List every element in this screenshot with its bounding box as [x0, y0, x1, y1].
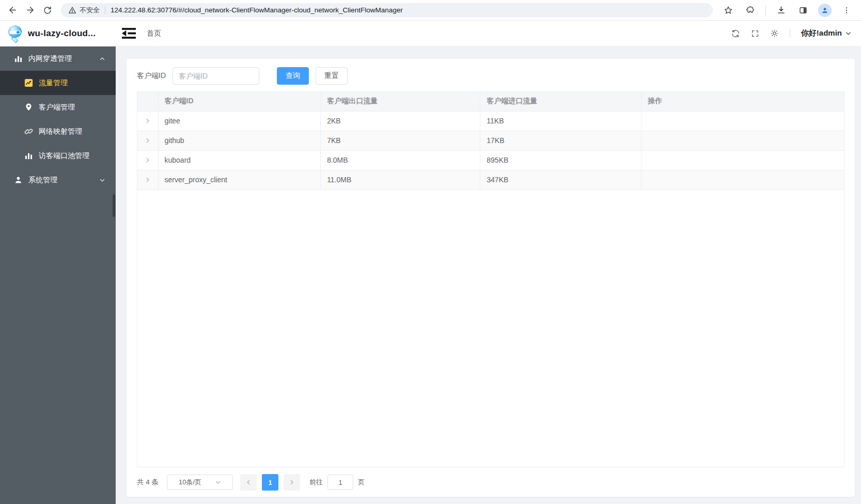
sidebar-group-system[interactable]: 系统管理 — [0, 168, 116, 192]
expand-column-header — [137, 92, 158, 111]
traffic-trend-icon — [24, 78, 33, 87]
header-divider — [790, 29, 790, 38]
downloads-button[interactable] — [774, 3, 788, 18]
browser-back-button[interactable] — [5, 3, 20, 18]
query-button[interactable]: 查询 — [277, 67, 309, 85]
next-page-button[interactable] — [284, 474, 300, 491]
table-row: github 7KB 17KB — [137, 131, 844, 150]
fullscreen-button[interactable] — [751, 29, 759, 38]
browser-toolbar: 不安全 124.222.48.62:30776/#/cloud_network-… — [0, 0, 861, 21]
bar-chart-icon — [14, 54, 23, 63]
refresh-icon — [731, 29, 740, 38]
sidebar-item-label: 流量管理 — [39, 78, 68, 88]
reset-button[interactable]: 重置 — [316, 67, 348, 85]
cell-out-flow: 11.0MB — [321, 170, 480, 190]
sidebar-item-label: 访客端口池管理 — [39, 151, 89, 161]
chevron-right-icon — [145, 137, 151, 144]
cell-actions — [641, 131, 844, 150]
table-row: server_proxy_client 11.0MB 347KB — [137, 170, 844, 190]
row-expand-button[interactable] — [143, 175, 153, 185]
sidebar-item-visitor-port-pool[interactable]: 访客端口池管理 — [0, 144, 116, 168]
chevron-right-icon — [145, 118, 151, 124]
toolbar-divider — [765, 6, 766, 15]
profile-avatar-icon — [821, 6, 829, 14]
cell-client-id: kuboard — [158, 150, 321, 170]
back-arrow-icon — [8, 5, 18, 15]
bar-chart-icon — [24, 151, 33, 160]
security-label: 不安全 — [80, 6, 100, 15]
row-expand-button[interactable] — [143, 135, 153, 146]
column-header-out-flow: 客户端出口流量 — [321, 92, 480, 111]
link-icon — [24, 127, 33, 136]
chevron-down-icon — [215, 479, 221, 485]
column-header-actions: 操作 — [641, 92, 844, 111]
goto-page-input[interactable] — [327, 475, 353, 490]
puzzle-icon — [746, 6, 755, 15]
chevron-up-icon — [99, 56, 105, 62]
reload-icon — [43, 6, 52, 15]
sidebar-group-label: 内网穿透管理 — [28, 54, 72, 64]
user-dropdown[interactable]: 你好!admin — [801, 28, 852, 38]
current-page-button[interactable]: 1 — [262, 474, 278, 491]
browser-reload-button[interactable] — [40, 3, 55, 18]
app-title: wu-lazy-cloud... — [28, 28, 96, 39]
browser-forward-button[interactable] — [23, 3, 37, 18]
chevron-left-icon — [245, 479, 252, 485]
cell-in-flow: 11KB — [480, 111, 641, 131]
bookmark-star-button[interactable] — [721, 3, 735, 18]
sidebar-scrollbar-thumb[interactable] — [113, 194, 115, 217]
prev-page-button[interactable] — [240, 474, 257, 491]
cell-client-id: server_proxy_client — [158, 170, 321, 190]
content-card: 客户端ID 查询 重置 客户端ID 客户端出口流量 客户端进口流量 — [127, 59, 855, 497]
cell-client-id: gitee — [158, 111, 321, 131]
sidebar-nav: 内网穿透管理 流量管理 客户端管理 网络映射管理 访客端口池管理 系统管理 — [0, 46, 116, 504]
pagination-total: 共 4 条 — [137, 478, 159, 487]
row-expand-button[interactable] — [143, 116, 153, 126]
cell-actions — [641, 150, 844, 170]
site-security-chip[interactable]: 不安全 — [68, 6, 100, 15]
refresh-page-button[interactable] — [731, 29, 740, 38]
table-header-row: 客户端ID 客户端出口流量 客户端进口流量 操作 — [137, 92, 844, 111]
sidebar-item-network-mapping[interactable]: 网络映射管理 — [0, 119, 116, 144]
side-panel-button[interactable] — [796, 3, 810, 18]
sidebar-item-label: 网络映射管理 — [39, 127, 82, 136]
chevron-right-icon — [145, 157, 151, 163]
page-size-select[interactable]: 10条/页 — [167, 475, 233, 490]
fold-menu-icon — [122, 27, 136, 39]
chevron-right-icon — [289, 479, 295, 485]
filter-bar: 客户端ID 查询 重置 — [137, 67, 844, 85]
goto-label: 前往 — [309, 478, 323, 487]
sidebar-group-intranet[interactable]: 内网穿透管理 — [0, 46, 116, 71]
theme-toggle-button[interactable] — [770, 29, 779, 38]
client-id-input[interactable] — [173, 67, 259, 85]
download-icon — [776, 5, 786, 15]
browser-menu-button[interactable] — [839, 3, 854, 18]
cell-actions — [641, 111, 844, 131]
greeting-text: 你好!admin — [801, 28, 842, 38]
cell-in-flow: 17KB — [480, 131, 641, 150]
sidebar-item-label: 客户端管理 — [39, 103, 75, 112]
sidebar-item-client-manager[interactable]: 客户端管理 — [0, 95, 116, 119]
row-expand-button[interactable] — [143, 155, 153, 165]
page-size-value: 10条/页 — [179, 478, 201, 487]
data-table: 客户端ID 客户端出口流量 客户端进口流量 操作 gitee 2KB 11KB — [137, 91, 844, 467]
fullscreen-icon — [751, 29, 759, 38]
chevron-down-icon — [845, 30, 852, 37]
sidebar-collapse-button[interactable] — [122, 27, 136, 39]
cell-out-flow: 7KB — [321, 131, 480, 150]
table-row: gitee 2KB 11KB — [137, 111, 844, 131]
url-bar[interactable]: 不安全 124.222.48.62:30776/#/cloud_network-… — [61, 3, 713, 18]
extensions-button[interactable] — [743, 3, 758, 18]
kebab-menu-icon — [842, 6, 851, 14]
table-row: kuboard 8.0MB 895KB — [137, 150, 844, 170]
cell-client-id: github — [158, 131, 321, 150]
app-logo-icon — [7, 24, 23, 43]
breadcrumb-home[interactable]: 首页 — [147, 29, 161, 38]
browser-profile-button[interactable] — [818, 4, 832, 17]
column-header-in-flow: 客户端进口流量 — [480, 92, 641, 111]
sidebar-item-flow-manager[interactable]: 流量管理 — [0, 71, 116, 95]
chevron-right-icon — [145, 177, 151, 183]
pagination-bar: 共 4 条 10条/页 1 前往 页 — [137, 474, 844, 491]
side-panel-icon — [799, 6, 808, 15]
url-text: 124.222.48.62:30776/#/cloud_network-Clie… — [111, 6, 403, 14]
